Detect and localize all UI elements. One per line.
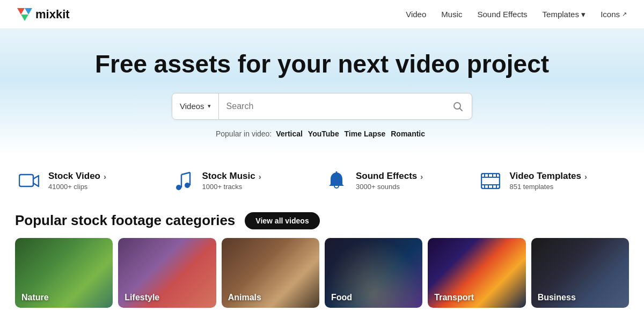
- arrow-icon: ›: [259, 172, 261, 181]
- arrow-icon: ›: [420, 172, 423, 181]
- nav-templates[interactable]: Templates ▾: [543, 10, 586, 19]
- hero-section: Free assets for your next video project …: [0, 29, 644, 154]
- hero-title: Free assets for your next video project: [17, 50, 627, 78]
- thumb-nature-label: Nature: [21, 293, 49, 302]
- thumb-lifestyle-label: Lifestyle: [125, 293, 159, 302]
- popular-header: Popular stock footage categories View al…: [15, 212, 629, 229]
- music-icon: [171, 169, 195, 193]
- thumb-transport[interactable]: Transport: [428, 238, 525, 308]
- stock-video-label: Stock Video: [48, 171, 100, 182]
- category-video-templates[interactable]: Video Templates › 851 templates: [479, 169, 627, 193]
- category-stock-music[interactable]: Stock Music › 1000+ tracks: [171, 169, 320, 193]
- arrow-icon: ›: [104, 172, 106, 181]
- logo-icon: [17, 8, 32, 21]
- svg-marker-0: [17, 8, 25, 15]
- logo[interactable]: mixkit: [17, 8, 70, 21]
- arrow-icon: ›: [584, 172, 587, 181]
- stock-music-label: Stock Music: [202, 171, 255, 182]
- svg-line-4: [460, 108, 463, 111]
- video-grid: Nature Lifestyle Animals Food Transport …: [15, 238, 629, 308]
- thumb-lifestyle[interactable]: Lifestyle: [118, 238, 216, 308]
- search-bar: Videos ▾: [172, 93, 472, 120]
- nav-video[interactable]: Video: [406, 10, 426, 19]
- sound-effects-count: 3000+ sounds: [356, 183, 423, 191]
- thumb-business-label: Business: [538, 293, 576, 302]
- popular-title: Popular stock footage categories: [15, 212, 235, 229]
- search-type-dropdown[interactable]: Videos ▾: [172, 93, 219, 119]
- film-icon: [479, 169, 502, 193]
- dropdown-chevron-icon: ▾: [208, 103, 211, 110]
- search-icon: [452, 101, 463, 112]
- svg-marker-2: [21, 15, 28, 21]
- bell-icon: [325, 169, 348, 193]
- thumb-nature[interactable]: Nature: [15, 238, 113, 308]
- external-link-icon: ↗: [622, 11, 627, 18]
- video-templates-label: Video Templates: [510, 171, 582, 182]
- popular-tags: Popular in video: Vertical YouTube Time …: [17, 129, 627, 138]
- tag-vertical[interactable]: Vertical: [276, 129, 303, 138]
- video-templates-count: 851 templates: [510, 183, 588, 191]
- category-stock-video[interactable]: Stock Video › 41000+ clips: [17, 169, 166, 193]
- thumb-food[interactable]: Food: [325, 238, 422, 308]
- category-sound-effects[interactable]: Sound Effects › 3000+ sounds: [325, 169, 473, 193]
- svg-marker-1: [25, 8, 32, 15]
- thumb-animals-label: Animals: [228, 293, 261, 302]
- popular-label: Popular in video:: [216, 129, 272, 138]
- view-all-button[interactable]: View all videos: [245, 212, 319, 229]
- chevron-down-icon: ▾: [581, 10, 586, 19]
- thumb-transport-label: Transport: [434, 293, 474, 302]
- svg-line-10: [181, 172, 190, 175]
- svg-rect-5: [19, 175, 33, 186]
- nav-music[interactable]: Music: [441, 10, 462, 19]
- svg-point-6: [176, 185, 181, 190]
- svg-point-7: [185, 183, 190, 188]
- navbar: mixkit Video Music Sound Effects Templat…: [0, 0, 644, 29]
- sound-effects-label: Sound Effects: [356, 171, 417, 182]
- tag-romantic[interactable]: Romantic: [391, 129, 425, 138]
- stock-video-count: 41000+ clips: [48, 183, 106, 191]
- thumb-business[interactable]: Business: [531, 238, 629, 308]
- tag-youtube[interactable]: YouTube: [308, 129, 339, 138]
- search-input[interactable]: [219, 93, 444, 119]
- nav-icons[interactable]: Icons ↗: [601, 10, 627, 19]
- nav-links: Video Music Sound Effects Templates ▾ Ic…: [406, 10, 627, 19]
- thumb-food-label: Food: [331, 293, 352, 302]
- dropdown-label: Videos: [180, 102, 204, 111]
- nav-sound-effects[interactable]: Sound Effects: [477, 10, 527, 19]
- popular-section: Popular stock footage categories View al…: [0, 204, 644, 315]
- tag-timelapse[interactable]: Time Lapse: [345, 129, 386, 138]
- logo-text: mixkit: [35, 8, 70, 21]
- search-button[interactable]: [444, 93, 472, 119]
- thumb-animals[interactable]: Animals: [222, 238, 319, 308]
- categories-strip: Stock Video › 41000+ clips Stock Music ›…: [0, 154, 644, 204]
- stock-music-count: 1000+ tracks: [202, 183, 261, 191]
- video-icon: [17, 169, 41, 193]
